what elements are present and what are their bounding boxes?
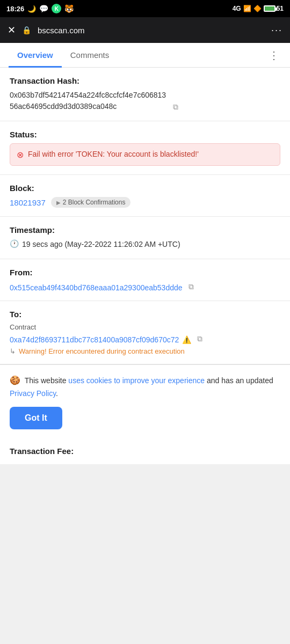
battery-display: 51 (264, 5, 284, 12)
close-button[interactable]: ✕ (8, 24, 16, 36)
block-number-link[interactable]: 18021937 (10, 198, 46, 207)
timestamp-label: Timestamp: (10, 225, 280, 235)
clock-icon: 🕐 (10, 239, 19, 248)
tab-more-button[interactable]: ⋮ (266, 45, 281, 66)
kucoin-icon: K (52, 4, 61, 13)
block-confirmations-badge: ▶ 2 Block Confirmations (51, 197, 131, 208)
hash-copy-icon[interactable]: ⧉ (170, 101, 181, 112)
fee-label: Transaction Fee: (10, 447, 280, 456)
cookie-text-1: This website (25, 376, 69, 385)
tab-overview[interactable]: Overview (9, 43, 62, 68)
to-address-row: 0xa74d2f8693711dbc77c81400a9087cf09d670c… (10, 333, 280, 344)
to-label: To: (10, 310, 280, 319)
contract-warning-text: ↳ Warning! Error encountered during cont… (10, 347, 280, 355)
browser-menu-button[interactable]: ··· (271, 25, 282, 36)
contract-warning-icon: ⚠️ (182, 335, 191, 344)
tab-comments[interactable]: Comments (62, 43, 118, 68)
status-bar: 18:26 🌙 💬 K 🐯 4G 📶 🔶 51 (0, 0, 290, 17)
hash-section: Transaction Hash: 0x063b7df542147454a224… (0, 68, 290, 121)
from-label: From: (10, 268, 280, 277)
from-address-row: 0x515ceab49f4340bd768eaaa01a29300eab53dd… (10, 281, 280, 292)
hash-value: 0x063b7df542147454a224fc8ccfcf4e7c606813… (10, 90, 166, 112)
messenger-icon: 💬 (39, 4, 48, 13)
network-label: 4G (233, 5, 241, 12)
cookie-link-experience[interactable]: uses cookies to improve your experience (68, 376, 205, 385)
block-section: Block: 18021937 ▶ 2 Block Confirmations (0, 175, 290, 217)
from-section: From: 0x515ceab49f4340bd768eaaa01a29300e… (0, 259, 290, 301)
cookie-icon: 🍪 (10, 376, 20, 385)
timestamp-section: Timestamp: 🕐 19 secs ago (May-22-2022 11… (0, 217, 290, 259)
cookie-banner: 🍪 This website uses cookies to improve y… (0, 364, 290, 438)
contract-label: Contract (10, 323, 280, 331)
got-it-button[interactable]: Got It (10, 407, 62, 429)
status-label: Status: (10, 130, 280, 139)
status-section: Status: ⊗ Fail with error 'TOKEN: Your a… (0, 121, 290, 175)
status-bar-left: 18:26 🌙 💬 K 🐯 (6, 4, 74, 13)
to-copy-icon[interactable]: ⧉ (194, 333, 205, 344)
hash-row: 0x063b7df542147454a224fc8ccfcf4e7c606813… (10, 90, 280, 112)
time-display: 18:26 (6, 5, 24, 13)
moon-icon: 🌙 (27, 5, 36, 13)
timestamp-value: 19 secs ago (May-22-2022 11:26:02 AM +UT… (22, 239, 180, 250)
browser-chrome: ✕ 🔒 bscscan.com ··· (0, 17, 290, 43)
tabs-bar: Overview Comments ⋮ (0, 43, 290, 68)
transaction-details: Transaction Hash: 0x063b7df542147454a224… (0, 68, 290, 464)
wifi-icon: 🔶 (253, 5, 262, 12)
block-label: Block: (10, 184, 280, 193)
to-address-link[interactable]: 0xa74d2f8693711dbc77c81400a9087cf09d670c… (10, 335, 179, 344)
fee-section: Transaction Fee: (0, 438, 290, 464)
arrow-indent-icon: ↳ (10, 347, 16, 355)
to-section: To: Contract 0xa74d2f8693711dbc77c81400a… (0, 301, 290, 364)
lock-icon: 🔒 (22, 26, 31, 34)
signal-icon: 📶 (243, 5, 251, 12)
timestamp-row: 🕐 19 secs ago (May-22-2022 11:26:02 AM +… (10, 239, 280, 250)
from-address-link[interactable]: 0x515ceab49f4340bd768eaaa01a29300eab53dd… (10, 283, 183, 292)
cookie-link-privacy[interactable]: Privacy Policy (10, 389, 56, 398)
hash-label: Transaction Hash: (10, 76, 280, 85)
status-error-text: Fail with error 'TOKEN: Your account is … (28, 149, 199, 160)
chevron-right-icon: ▶ (56, 200, 61, 206)
block-row: 18021937 ▶ 2 Block Confirmations (10, 197, 280, 208)
cookie-text-3: . (56, 389, 58, 398)
url-bar[interactable]: bscscan.com (38, 26, 265, 35)
confirmations-text: 2 Block Confirmations (63, 199, 126, 206)
cookie-text-2: and has an updated (205, 376, 273, 385)
error-icon: ⊗ (17, 150, 24, 160)
status-bar-right: 4G 📶 🔶 51 (233, 5, 284, 12)
from-copy-icon[interactable]: ⧉ (186, 281, 197, 292)
status-error-badge: ⊗ Fail with error 'TOKEN: Your account i… (10, 143, 280, 166)
app-icon: 🐯 (64, 4, 74, 13)
